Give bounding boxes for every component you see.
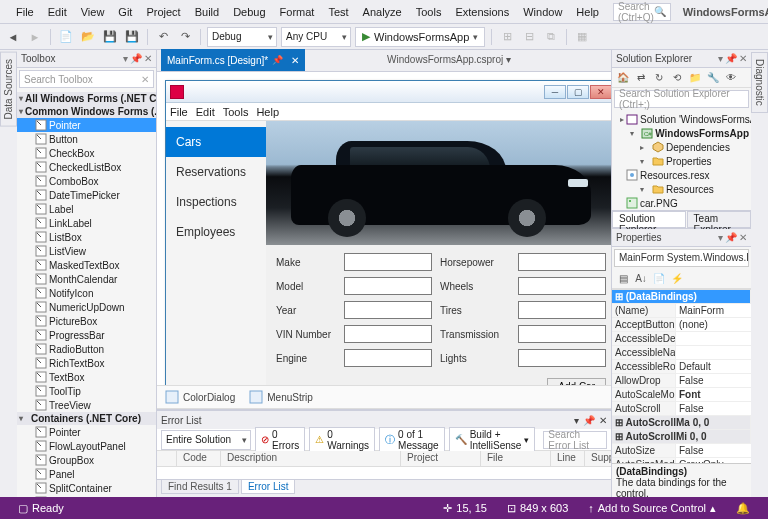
diagnostic-tools-tab[interactable]: Diagnostic (751, 52, 768, 113)
toolbox-item[interactable]: CheckedListBox (17, 160, 156, 174)
collapse-icon[interactable]: ⇄ (633, 70, 649, 86)
car-image-picturebox[interactable] (266, 121, 611, 245)
solexp-tab[interactable]: Solution Explorer (612, 211, 686, 228)
solexp-item[interactable]: ▾Resources (612, 182, 751, 196)
toolbox-item[interactable]: GroupBox (17, 453, 156, 467)
property-row[interactable]: ⊞ (DataBindings) (612, 290, 751, 304)
menu-debug[interactable]: Debug (227, 4, 271, 20)
property-row[interactable]: AcceptButton(none) (612, 318, 751, 332)
pin-tab-icon[interactable]: 📌 (272, 55, 283, 65)
close-panel-icon[interactable]: ✕ (599, 415, 607, 426)
categorized-icon[interactable]: ▤ (615, 270, 631, 286)
toolbox-item[interactable]: SplitContainer (17, 481, 156, 495)
refresh-icon[interactable]: ↻ (651, 70, 667, 86)
error-column-header[interactable]: File (481, 451, 551, 466)
menu-git[interactable]: Git (112, 4, 138, 20)
menu-view[interactable]: View (75, 4, 111, 20)
form-menu-item[interactable]: File (170, 106, 188, 118)
align2-icon[interactable]: ⊟ (520, 28, 538, 46)
make-input[interactable] (344, 253, 432, 271)
winform[interactable]: ─ ▢ ✕ FileEditToolsHelp CarsReservations… (165, 80, 611, 385)
model-input[interactable] (344, 277, 432, 295)
toolbox-item[interactable]: MonthCalendar (17, 272, 156, 286)
error-column-header[interactable]: Code (177, 451, 221, 466)
find-results-tab[interactable]: Find Results 1 (161, 480, 239, 494)
events-icon[interactable]: ⚡ (669, 270, 685, 286)
dropdown-icon[interactable]: ▾ (718, 53, 723, 64)
preview-icon[interactable]: 👁 (723, 70, 739, 86)
toolbox-item[interactable]: ToolTip (17, 384, 156, 398)
dropdown-icon[interactable]: ▾ (574, 415, 579, 426)
solexp-item[interactable]: ▸Dependencies (612, 140, 751, 154)
build-filter[interactable]: 🔨Build + IntelliSense▾ (449, 427, 536, 453)
engine-input[interactable] (344, 349, 432, 367)
sync-icon[interactable]: ⟲ (669, 70, 685, 86)
property-row[interactable]: ⊞ AutoScrollMi 0, 0 (612, 430, 751, 444)
toolbox-item[interactable]: ListView (17, 244, 156, 258)
close-panel-icon[interactable]: ✕ (739, 232, 747, 243)
close-panel-icon[interactable]: ✕ (739, 53, 747, 64)
toolbox-item[interactable]: Pointer (17, 118, 156, 132)
menu-file[interactable]: File (10, 4, 40, 20)
toolbox-item[interactable]: Panel (17, 467, 156, 481)
property-row[interactable]: AutoSizeFalse (612, 444, 751, 458)
document-tab[interactable]: MainForm.cs [Design]*📌✕ (161, 49, 305, 71)
form-nav-item[interactable]: Employees (166, 217, 266, 247)
toolbox-item[interactable]: MaskedTextBox (17, 258, 156, 272)
property-row[interactable]: AllowDropFalse (612, 374, 751, 388)
solexp-item[interactable]: ▾Properties (612, 154, 751, 168)
properties-icon[interactable]: 🔧 (705, 70, 721, 86)
toolbox-item[interactable]: LinkLabel (17, 216, 156, 230)
align-icon[interactable]: ⊞ (498, 28, 516, 46)
new-project-icon[interactable]: 📄 (57, 28, 75, 46)
undo-icon[interactable]: ↶ (154, 28, 172, 46)
property-row[interactable]: AutoScrollFalse (612, 402, 751, 416)
vin-input[interactable] (344, 325, 432, 343)
toolbox-item[interactable]: Label (17, 202, 156, 216)
solexp-item[interactable]: Resources.resx (612, 168, 751, 182)
nav-fwd-icon[interactable]: ► (26, 28, 44, 46)
toolbox-item[interactable]: ProgressBar (17, 328, 156, 342)
year-input[interactable] (344, 301, 432, 319)
nav-back-icon[interactable]: ◄ (4, 28, 22, 46)
toolbox-search[interactable]: Search Toolbox✕ (19, 70, 154, 88)
menu-window[interactable]: Window (517, 4, 568, 20)
toolbox-item[interactable]: TreeView (17, 398, 156, 412)
platform-combo[interactable]: Any CPU (281, 27, 351, 47)
dropdown-icon[interactable]: ▾ (718, 232, 723, 243)
pin-icon[interactable]: 📌 (130, 53, 142, 64)
form-nav-item[interactable]: Cars (166, 127, 266, 157)
redo-icon[interactable]: ↷ (176, 28, 194, 46)
solexp-item[interactable]: ▾C#WindowsFormsApp (612, 126, 751, 140)
pin-icon[interactable]: 📌 (583, 415, 595, 426)
toolbox-item[interactable]: Pointer (17, 425, 156, 439)
menu-analyze[interactable]: Analyze (357, 4, 408, 20)
toolbox-item[interactable]: FlowLayoutPanel (17, 439, 156, 453)
close-tab-icon[interactable]: ✕ (287, 55, 299, 66)
property-row[interactable]: AccessibleNar (612, 346, 751, 360)
property-row[interactable]: AutoScaleMoFont (612, 388, 751, 402)
trans-input[interactable] (518, 325, 606, 343)
form-menu-item[interactable]: Help (256, 106, 279, 118)
form-menu-item[interactable]: Edit (196, 106, 215, 118)
showall-icon[interactable]: 📁 (687, 70, 703, 86)
menu-tools[interactable]: Tools (410, 4, 448, 20)
hspace-icon[interactable]: ⧉ (542, 28, 560, 46)
search-input[interactable]: Search (Ctrl+Q)🔍 (613, 3, 671, 21)
hp-input[interactable] (518, 253, 606, 271)
close-panel-icon[interactable]: ✕ (144, 53, 152, 64)
error-scope-combo[interactable]: Entire Solution (161, 430, 251, 450)
error-list-tab[interactable]: Error List (241, 480, 296, 494)
menu-help[interactable]: Help (570, 4, 605, 20)
form-nav-item[interactable]: Reservations (166, 157, 266, 187)
toolbox-item[interactable]: TextBox (17, 370, 156, 384)
solexp-tab[interactable]: Team Explorer (687, 211, 751, 228)
notifications-icon[interactable]: 🔔 (726, 502, 760, 515)
solexp-search[interactable]: Search Solution Explorer (Ctrl+;) (614, 90, 749, 108)
property-row[interactable]: (Name)MainForm (612, 304, 751, 318)
lights-input[interactable] (518, 349, 606, 367)
menu-format[interactable]: Format (274, 4, 321, 20)
toolbox-item[interactable]: DateTimePicker (17, 188, 156, 202)
toolbox-item[interactable]: ComboBox (17, 174, 156, 188)
dropdown-icon[interactable]: ▾ (123, 53, 128, 64)
